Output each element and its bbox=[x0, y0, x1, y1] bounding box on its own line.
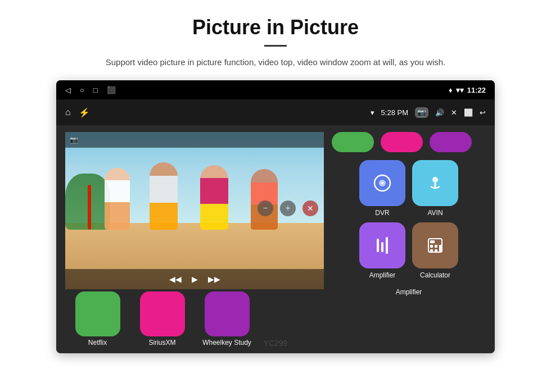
home-icon[interactable]: ⌂ bbox=[65, 107, 71, 117]
device-frame: ◁ ○ □ ⬛ ♦ ▾▾ 11:22 ⌂ ⚡ ▾ 5:28 PM 📷 🔊 bbox=[56, 80, 495, 353]
wifi-nav-icon: ▾ bbox=[371, 108, 374, 117]
screenshot-icon[interactable]: ⬛ bbox=[107, 86, 116, 94]
page-subtitle: Support video picture in picture functio… bbox=[22, 56, 529, 69]
app-row-2: Amplifier bbox=[332, 222, 486, 279]
main-content: 📷 − + ✕ bbox=[56, 125, 495, 353]
svg-rect-14 bbox=[439, 245, 442, 252]
dvr-icon bbox=[359, 160, 405, 206]
app-amplifier-bottom[interactable]: Amplifier bbox=[396, 288, 422, 296]
svg-rect-5 bbox=[377, 239, 379, 252]
signal-icon: ▾▾ bbox=[456, 86, 464, 94]
recents-nav-icon[interactable]: □ bbox=[93, 86, 98, 94]
volume-icon[interactable]: 🔊 bbox=[435, 108, 444, 117]
usb-icon: ⚡ bbox=[79, 107, 90, 118]
title-divider bbox=[264, 45, 287, 47]
svg-rect-6 bbox=[381, 242, 383, 252]
blob-purple bbox=[430, 132, 472, 152]
svg-rect-11 bbox=[435, 245, 437, 248]
nav-bar: ⌂ ⚡ ▾ 5:28 PM 📷 🔊 ✕ ⬜ ↩ bbox=[56, 99, 495, 125]
svg-rect-13 bbox=[435, 249, 437, 252]
amplifier-label: Amplifier bbox=[369, 271, 396, 279]
home-nav-icon[interactable]: ○ bbox=[80, 86, 84, 94]
app-wheelkey[interactable]: Wheelkey Study bbox=[195, 291, 259, 347]
pip-plus-button[interactable]: + bbox=[280, 200, 296, 216]
close-nav-icon[interactable]: ✕ bbox=[451, 108, 457, 117]
back-icon[interactable]: ↩ bbox=[480, 108, 486, 117]
status-bar-right: ♦ ▾▾ 11:22 bbox=[449, 86, 486, 94]
wheelkey-label: Wheelkey Study bbox=[202, 339, 251, 347]
avin-icon bbox=[412, 160, 458, 206]
wheelkey-icon bbox=[205, 291, 250, 336]
pip-controls-bar: 📷 bbox=[65, 132, 324, 148]
bottom-amplifier-wrapper: Amplifier bbox=[332, 288, 486, 296]
svg-point-2 bbox=[381, 182, 383, 184]
amplifier-icon bbox=[359, 222, 405, 268]
svg-rect-9 bbox=[430, 240, 435, 243]
pip-overlay-controls: − + ✕ bbox=[65, 148, 324, 269]
app-dvr[interactable]: DVR bbox=[359, 160, 405, 217]
window-icon[interactable]: ⬜ bbox=[464, 108, 473, 117]
camera-icon[interactable]: 📷 bbox=[415, 107, 428, 118]
avin-label: AVIN bbox=[427, 209, 442, 217]
app-siriusxm[interactable]: SiriusXM bbox=[130, 291, 195, 347]
location-icon: ♦ bbox=[449, 86, 453, 94]
calculator-icon bbox=[412, 222, 458, 268]
pip-next-button[interactable]: ▶▶ bbox=[208, 275, 220, 284]
status-bar-nav: ◁ ○ □ ⬛ bbox=[65, 86, 116, 94]
siriusxm-icon bbox=[140, 291, 185, 336]
app-avin[interactable]: AVIN bbox=[412, 160, 458, 217]
app-row-1: DVR AVIN bbox=[332, 160, 486, 217]
app-amplifier[interactable]: Amplifier bbox=[359, 222, 405, 279]
status-time: 11:22 bbox=[467, 86, 486, 94]
pip-video: 📷 − + ✕ bbox=[65, 132, 324, 289]
svg-point-3 bbox=[432, 177, 438, 183]
pip-minus-button[interactable]: − bbox=[258, 200, 273, 216]
app-calculator[interactable]: Calculator bbox=[412, 222, 458, 279]
app-top-blobs bbox=[332, 132, 486, 152]
blob-green bbox=[332, 132, 374, 152]
back-nav-icon[interactable]: ◁ bbox=[65, 86, 71, 94]
pip-close-button[interactable]: ✕ bbox=[302, 200, 318, 216]
pip-play-button[interactable]: ▶ bbox=[192, 275, 198, 284]
dvr-label: DVR bbox=[375, 209, 389, 217]
bottom-app-row: Netflix SiriusXM Wheelkey Study bbox=[65, 291, 324, 347]
nav-bar-right-icons: ▾ 5:28 PM 📷 🔊 ✕ ⬜ ↩ bbox=[371, 107, 486, 118]
pip-prev-button[interactable]: ◀◀ bbox=[169, 275, 182, 284]
page-title: Picture in Picture bbox=[22, 16, 529, 39]
app-netflix[interactable]: Netflix bbox=[65, 291, 130, 347]
pip-container[interactable]: 📷 − + ✕ bbox=[65, 132, 324, 347]
apps-area: DVR AVIN bbox=[324, 132, 486, 347]
svg-rect-12 bbox=[430, 249, 433, 252]
svg-rect-7 bbox=[386, 237, 388, 254]
netflix-icon bbox=[75, 291, 120, 336]
netflix-label: Netflix bbox=[88, 339, 107, 347]
pip-bottom-controls: ◀◀ ▶ ▶▶ bbox=[65, 269, 324, 289]
amplifier-bottom-label: Amplifier bbox=[396, 288, 422, 296]
siriusxm-label: SiriusXM bbox=[148, 339, 175, 347]
status-bar: ◁ ○ □ ⬛ ♦ ▾▾ 11:22 bbox=[56, 80, 495, 99]
pip-camera-icon: 📷 bbox=[70, 136, 78, 144]
calculator-label: Calculator bbox=[420, 271, 450, 279]
blob-pink bbox=[381, 132, 423, 152]
nav-time: 5:28 PM bbox=[381, 108, 408, 117]
nav-bar-left-icons: ⌂ ⚡ bbox=[65, 107, 90, 118]
svg-rect-10 bbox=[430, 245, 433, 248]
